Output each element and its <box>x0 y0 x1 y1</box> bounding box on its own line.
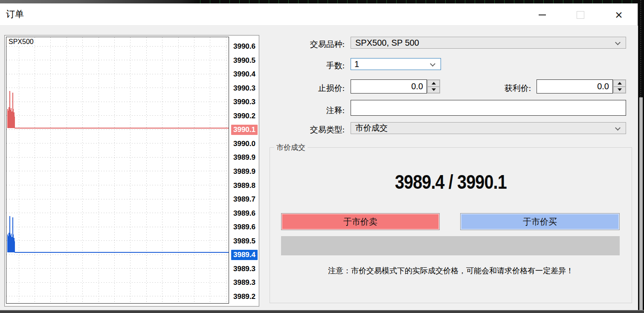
chart-symbol-label: SPX500 <box>8 38 35 46</box>
arrow-down-icon <box>432 88 436 91</box>
comment-input[interactable] <box>351 100 626 116</box>
symbol-dropdown[interactable]: SPX500, SP 500 <box>351 37 626 49</box>
symbol-label: 交易品种: <box>239 38 345 50</box>
buy-by-market-button[interactable]: 于市价买 <box>460 213 620 230</box>
spin-up-button[interactable] <box>613 80 626 87</box>
tick-chart-widget: SPX500 3990.63990.53990.43990.33990.3399… <box>4 35 259 307</box>
slippage-notice: 注意：市价交易模式下的实际成交价格，可能会和请求价格有一定差异！ <box>270 266 632 276</box>
chevron-down-icon <box>615 40 621 45</box>
market-execution-group: 市价成交 3989.4 / 3990.1 于市价卖 于市价买 注意：市价交易模式… <box>270 147 632 303</box>
group-title: 市价成交 <box>274 143 307 152</box>
execution-progress-bar <box>281 236 620 255</box>
quote-text: 3989.4 / 3990.1 <box>395 170 507 193</box>
bid-price-badge: 3989.4 <box>231 250 258 260</box>
chevron-down-icon <box>430 61 435 67</box>
take-profit-input[interactable] <box>537 79 613 94</box>
scale-label: 3989.8 <box>233 181 255 191</box>
background-chart-strip-right <box>638 0 644 313</box>
background-scrollbar <box>639 97 643 310</box>
minimize-icon <box>539 15 546 15</box>
tick-chart-plot: SPX500 <box>6 37 229 304</box>
symbol-value: SPX500, SP 500 <box>355 38 419 47</box>
spin-down-button[interactable] <box>427 87 440 94</box>
scale-label: 3989.9 <box>233 167 255 177</box>
price-scale: 3990.63990.53990.43990.33990.33990.23990… <box>231 37 259 304</box>
lots-combobox[interactable]: 1 <box>351 58 441 70</box>
stop-loss-spinner <box>427 79 440 94</box>
scale-label: 3989.5 <box>233 236 255 246</box>
order-dialog: 订单 × SPX500 3990.63990.53990.43990.33990… <box>0 3 638 310</box>
scale-label: 3989.3 <box>233 278 255 288</box>
order-type-dropdown[interactable]: 市价成交 <box>351 122 626 134</box>
maximize-button[interactable] <box>569 7 592 23</box>
scale-label: 3989.7 <box>233 194 255 205</box>
lots-label: 手数: <box>239 60 345 72</box>
take-profit-spinner <box>613 79 626 94</box>
scale-label: 3989.3 <box>233 264 255 274</box>
lots-value: 1 <box>354 59 359 69</box>
scale-label: 3989.6 <box>233 222 255 232</box>
scale-label: 3989.9 <box>233 152 255 163</box>
close-icon: × <box>615 9 623 21</box>
tick-chart-svg <box>6 37 229 303</box>
take-profit-label: 获利价: <box>469 81 531 95</box>
arrow-up-icon <box>618 82 622 85</box>
maximize-icon <box>577 11 584 19</box>
stop-loss-input[interactable] <box>351 79 427 94</box>
order-type-value: 市价成交 <box>355 123 388 132</box>
spin-down-button[interactable] <box>613 87 626 94</box>
stop-loss-label: 止损价: <box>239 81 345 95</box>
chevron-down-icon <box>615 125 621 131</box>
spin-up-button[interactable] <box>427 80 440 87</box>
scale-label: 3990.0 <box>233 139 255 149</box>
order-type-label: 交易类型: <box>239 124 345 136</box>
minimize-button[interactable] <box>531 7 554 23</box>
background-strip-bottom <box>0 310 644 313</box>
scale-label: 3989.6 <box>233 208 255 219</box>
dialog-client-area: SPX500 3990.63990.53990.43990.33990.3399… <box>0 26 638 310</box>
window-title: 订单 <box>6 8 24 20</box>
bid-ask-quote: 3989.4 / 3990.1 <box>270 170 632 193</box>
background-chart-strip-top <box>0 0 644 3</box>
scale-label: 3989.2 <box>233 292 255 302</box>
title-bar[interactable]: 订单 × <box>0 3 638 26</box>
close-button[interactable]: × <box>607 7 630 23</box>
comment-label: 注释: <box>239 102 345 118</box>
sell-by-market-button[interactable]: 于市价卖 <box>281 213 440 230</box>
arrow-down-icon <box>618 88 622 91</box>
arrow-up-icon <box>432 82 436 85</box>
